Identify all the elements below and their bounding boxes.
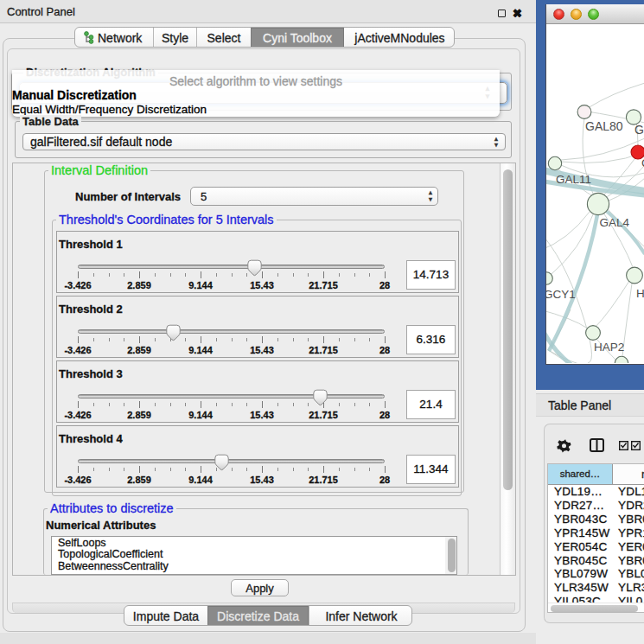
svg-text:GAL80: GAL80	[585, 119, 623, 133]
svg-text:H: H	[636, 287, 644, 300]
svg-text:GAL4: GAL4	[600, 216, 630, 229]
svg-text:HAP2: HAP2	[594, 341, 624, 354]
svg-text:GCY1: GCY1	[546, 288, 576, 301]
svg-text:GAL11: GAL11	[556, 173, 591, 186]
svg-text:G.: G.	[634, 123, 644, 137]
